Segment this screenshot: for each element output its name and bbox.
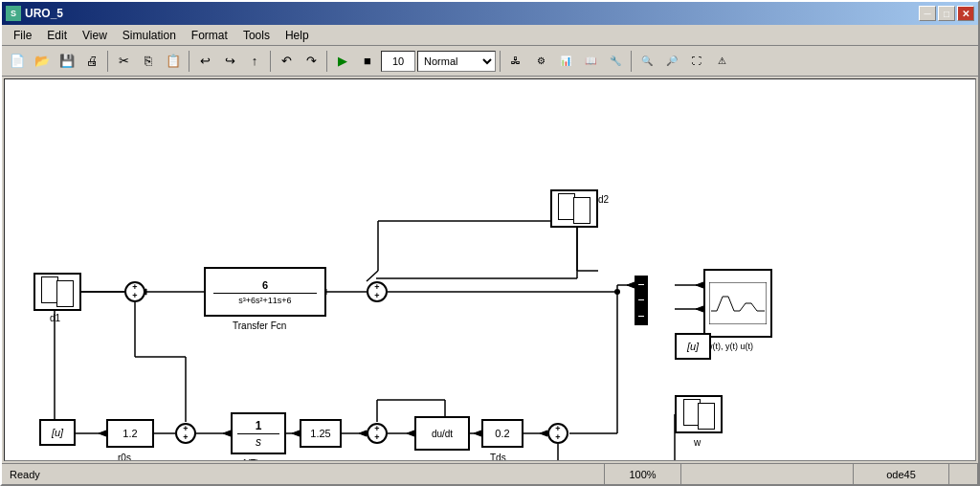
sumjunc2[interactable]: ++ xyxy=(367,281,388,302)
run-button[interactable]: ▶ xyxy=(331,50,354,73)
arrow9 xyxy=(474,431,481,436)
window-title: URO_5 xyxy=(25,7,63,20)
undo2-button[interactable]: ↶ xyxy=(275,50,298,73)
menu-format[interactable]: Format xyxy=(184,27,235,44)
main-window: S URO_5 ─ □ ✕ File Edit View Simulation … xyxy=(0,0,980,486)
lib-btn[interactable]: 🖧 xyxy=(504,50,527,73)
tds-label: Tds xyxy=(490,453,506,461)
sumjunc5[interactable]: ++ xyxy=(175,423,196,444)
arrow10 xyxy=(540,431,547,436)
sep1 xyxy=(107,51,108,72)
arrow-scope2 xyxy=(696,306,703,312)
signal-wires xyxy=(5,79,975,460)
sep2 xyxy=(189,51,189,72)
menu-view[interactable]: View xyxy=(75,27,115,44)
r0s-gain-value: 1.2 xyxy=(122,428,137,439)
menu-simulation[interactable]: Simulation xyxy=(115,27,184,44)
sim-mode-select[interactable]: Normal Accelerator xyxy=(417,51,496,72)
arrow11 xyxy=(627,282,635,288)
d2-block[interactable] xyxy=(550,189,598,228)
fit-btn[interactable]: ⛶ xyxy=(685,50,708,73)
menu-bar: File Edit View Simulation Format Tools H… xyxy=(2,25,978,46)
tf-denominator: s³+6s²+11s+6 xyxy=(238,296,291,305)
status-zoom: 100% xyxy=(605,464,681,484)
transfer-fcn-block[interactable]: 6 s³+6s²+11s+6 xyxy=(204,267,326,317)
r0s-label: r0s xyxy=(118,453,131,461)
scope-display xyxy=(709,282,767,324)
w-block[interactable] xyxy=(675,395,723,433)
sep4 xyxy=(326,51,327,72)
menu-tools[interactable]: Tools xyxy=(235,27,278,44)
scope-block[interactable] xyxy=(703,269,772,338)
canvas-area[interactable]: d1 d2 ++ 6 s³+6s²+11s+6 Transfer Fcn ++ xyxy=(4,78,976,461)
zoom-out-btn[interactable]: 🔎 xyxy=(660,50,683,73)
title-bar: S URO_5 ─ □ ✕ xyxy=(2,2,978,25)
r0s-gain-block[interactable]: 1.2 xyxy=(106,419,154,448)
open-button[interactable]: 📂 xyxy=(31,50,54,73)
profile-btn[interactable]: 📊 xyxy=(554,50,577,73)
arrow6 xyxy=(292,431,300,436)
maximize-button[interactable]: □ xyxy=(938,6,955,21)
arrow3 xyxy=(99,431,106,436)
tf-numerator: 6 xyxy=(262,279,268,291)
u-right-label: [u] xyxy=(687,341,699,352)
paste-button[interactable]: 📋 xyxy=(162,50,185,73)
tds-gain-block[interactable]: 0.2 xyxy=(481,419,523,448)
menu-help[interactable]: Help xyxy=(278,27,317,44)
status-solver: ode45 xyxy=(854,464,949,484)
redo2-button[interactable]: ↷ xyxy=(300,50,323,73)
sumjunc1[interactable]: ++ xyxy=(124,281,145,302)
redo-button[interactable]: ↪ xyxy=(218,50,241,73)
sep3 xyxy=(270,51,271,72)
sep5 xyxy=(500,51,501,72)
save-button[interactable]: 💾 xyxy=(56,50,78,73)
sep6 xyxy=(631,51,632,72)
svg-rect-39 xyxy=(709,282,767,324)
cut-button[interactable]: ✂ xyxy=(112,50,135,73)
undo-button[interactable]: ↩ xyxy=(193,50,216,73)
title-bar-left: S URO_5 xyxy=(6,6,63,21)
app-icon: S xyxy=(6,6,21,21)
status-empty xyxy=(681,464,854,484)
u-block-right[interactable]: [u] xyxy=(675,333,711,360)
mux-block[interactable] xyxy=(635,276,648,325)
menu-file[interactable]: File xyxy=(6,27,39,44)
tds-gain-value: 0.2 xyxy=(495,428,509,439)
tis-gain-block[interactable]: 1.25 xyxy=(300,419,342,448)
arrow8 xyxy=(407,431,414,436)
d1-label: d1 xyxy=(50,313,60,323)
zoom-in-btn[interactable]: 🔍 xyxy=(635,50,658,73)
d2-label: d2 xyxy=(598,194,609,205)
prop-btn[interactable]: 🔧 xyxy=(604,50,627,73)
new-button[interactable]: 📄 xyxy=(6,50,29,73)
arrow5 xyxy=(223,431,231,436)
u-block-left[interactable]: [u] xyxy=(39,419,76,446)
status-end xyxy=(949,464,978,484)
minimize-button[interactable]: ─ xyxy=(919,6,936,21)
close-button[interactable]: ✕ xyxy=(957,6,974,21)
sumjunc4[interactable]: ++ xyxy=(367,423,388,444)
scope-label: w(t), y(t) u(t) xyxy=(706,341,753,353)
integrator-block[interactable]: 1 s xyxy=(231,412,286,454)
warn-btn[interactable]: ⚠ xyxy=(710,50,733,73)
arrow-scope1 xyxy=(696,282,703,288)
tf-label: Transfer Fcn xyxy=(233,320,286,331)
up-button[interactable]: ↑ xyxy=(243,50,266,73)
w-label: w xyxy=(694,437,701,448)
copy-button[interactable]: ⎘ xyxy=(137,50,160,73)
doc-btn[interactable]: 📖 xyxy=(579,50,602,73)
menu-edit[interactable]: Edit xyxy=(39,27,75,44)
stop-button[interactable]: ■ xyxy=(356,50,379,73)
print-button[interactable]: 🖨 xyxy=(80,50,103,73)
d1-block[interactable] xyxy=(33,273,81,311)
debug-btn[interactable]: ⚙ xyxy=(529,50,552,73)
sumjunc3[interactable]: ++ xyxy=(547,423,568,444)
dudt-block[interactable]: du/dt xyxy=(414,416,470,451)
sim-time-input[interactable] xyxy=(381,51,415,72)
status-bar: Ready 100% ode45 xyxy=(2,463,978,484)
status-ready: Ready xyxy=(2,464,605,484)
svg-point-37 xyxy=(614,289,620,295)
title-bar-buttons[interactable]: ─ □ ✕ xyxy=(919,6,974,21)
tis-gain-value: 1.25 xyxy=(310,428,330,439)
arrow7 xyxy=(359,431,367,436)
